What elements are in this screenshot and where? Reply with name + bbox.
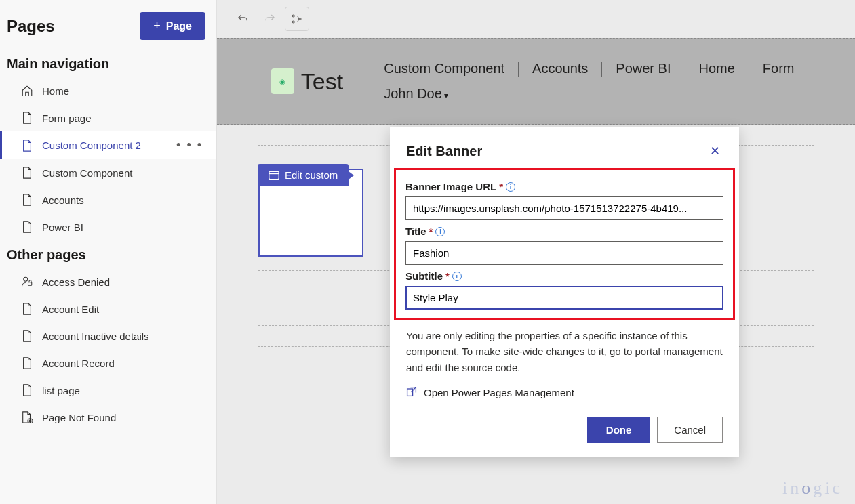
svg-point-4 [292,21,294,23]
sidebar-item-account-inactive[interactable]: Account Inactive details [0,322,216,350]
title-input[interactable] [405,241,723,265]
watermark: inogic [782,478,843,499]
field-subtitle: Subtitle * i [405,270,723,310]
sidebar-item-label: Account Inactive details [42,331,149,342]
user-dropdown[interactable]: John Doe [370,86,462,102]
nav-home[interactable]: Home [685,61,749,77]
page-icon [20,356,34,370]
sidebar-item-label: Page Not Found [42,412,116,423]
sidebar-item-custom-component[interactable]: Custom Component [0,159,216,186]
sidebar-item-access-denied[interactable]: Access Denied [0,268,216,295]
image-url-input[interactable] [405,196,723,220]
component-icon [269,171,279,180]
nav-custom-component[interactable]: Custom Component [370,61,518,77]
new-page-label: Page [166,20,192,33]
sidebar-item-label: list page [42,385,80,396]
home-icon [20,84,34,98]
sidebar-item-label: Custom Component 2 [42,140,141,151]
done-button[interactable]: Done [587,417,651,443]
site-map-button[interactable] [285,7,309,31]
info-icon[interactable]: i [435,227,445,236]
field-image-url: Banner Image URL * i [405,181,723,220]
sidebar: Pages + Page Main navigation Home Form p… [0,0,217,504]
image-url-label: Banner Image URL * i [405,181,723,192]
page-error-icon [20,411,34,424]
helper-text: You are only editing the properties of a… [390,320,739,379]
site-logo[interactable]: ◉ [271,68,294,94]
page-icon [20,220,34,234]
svg-point-5 [299,18,301,20]
top-nav: Custom Component Accounts Power BI Home … [370,61,841,102]
label-text: Banner Image URL [405,181,496,192]
sidebar-item-label: Account Edit [42,303,99,315]
page-icon [20,302,34,316]
new-page-button[interactable]: + Page [140,12,205,40]
person-lock-icon [20,275,34,289]
sidebar-item-label: Home [42,85,69,97]
undo-button[interactable] [231,7,255,31]
svg-rect-6 [269,171,279,179]
cancel-button[interactable]: Cancel [657,417,723,443]
sidebar-item-list-page[interactable]: list page [0,377,216,404]
page-icon [20,166,34,180]
required-asterisk: * [445,270,450,282]
edit-custom-label: Edit custom [285,169,338,181]
sidebar-item-label: Custom Component [42,167,132,179]
svg-point-3 [292,15,294,17]
info-icon[interactable]: i [506,182,515,192]
open-power-pages-link[interactable]: Open Power Pages Management [390,379,739,406]
svg-rect-1 [28,282,32,286]
site-title: Test [301,68,343,95]
page-icon [20,329,34,343]
nav-power-bi[interactable]: Power BI [602,61,684,77]
field-title: Title * i [405,226,723,265]
redo-button[interactable] [258,7,282,31]
label-text: Subtitle [405,270,443,282]
page-icon [20,139,34,152]
plus-icon: + [153,19,161,33]
more-icon[interactable]: • • • [176,138,207,152]
sidebar-item-label: Account Record [42,358,115,369]
sidebar-item-label: Access Denied [42,276,110,288]
page-icon [20,383,34,397]
sidebar-item-page-not-found[interactable]: Page Not Found [0,404,216,431]
sidebar-item-accounts[interactable]: Accounts [0,186,216,213]
popover-header: Edit Banner ✕ [390,127,739,168]
required-asterisk: * [499,181,503,192]
nav-accounts[interactable]: Accounts [519,61,601,77]
title-label: Title * i [405,226,723,237]
form-highlight: Banner Image URL * i Title * i Subtitle … [394,168,735,320]
page-icon [20,111,34,125]
external-link-icon [406,386,417,399]
sidebar-header: Pages + Page [0,7,216,49]
label-text: Title [405,226,426,237]
nav-form[interactable]: Form [749,61,808,77]
info-icon[interactable]: i [452,272,462,281]
sidebar-item-label: Accounts [42,194,84,206]
sidebar-item-label: Form page [42,112,92,124]
open-link-label: Open Power Pages Management [424,387,574,398]
sidebar-item-power-bi[interactable]: Power BI [0,213,216,240]
popover-title: Edit Banner [406,144,482,159]
sidebar-item-home[interactable]: Home [0,77,216,104]
edit-custom-badge[interactable]: Edit custom [258,164,349,186]
sidebar-item-label: Power BI [42,222,83,233]
sidebar-item-custom-component-2[interactable]: Custom Component 2 • • • [0,131,216,159]
edit-banner-popover: Edit Banner ✕ Banner Image URL * i Title… [390,127,739,457]
subtitle-input[interactable] [405,286,723,310]
sidebar-title: Pages [7,17,55,36]
section-main-title: Main navigation [0,49,216,77]
sidebar-item-account-record[interactable]: Account Record [0,350,216,377]
toolbar [217,0,855,38]
popover-actions: Done Cancel [390,406,739,443]
sidebar-item-form-page[interactable]: Form page [0,104,216,131]
required-asterisk: * [429,226,433,237]
sidebar-item-account-edit[interactable]: Account Edit [0,295,216,322]
subtitle-label: Subtitle * i [405,270,723,282]
svg-point-0 [24,277,28,281]
page-icon [20,193,34,207]
section-other-title: Other pages [0,240,216,268]
site-header-preview: ◉ Test Custom Component Accounts Power B… [217,38,855,125]
close-icon[interactable]: ✕ [707,141,723,161]
svg-rect-7 [407,389,413,396]
